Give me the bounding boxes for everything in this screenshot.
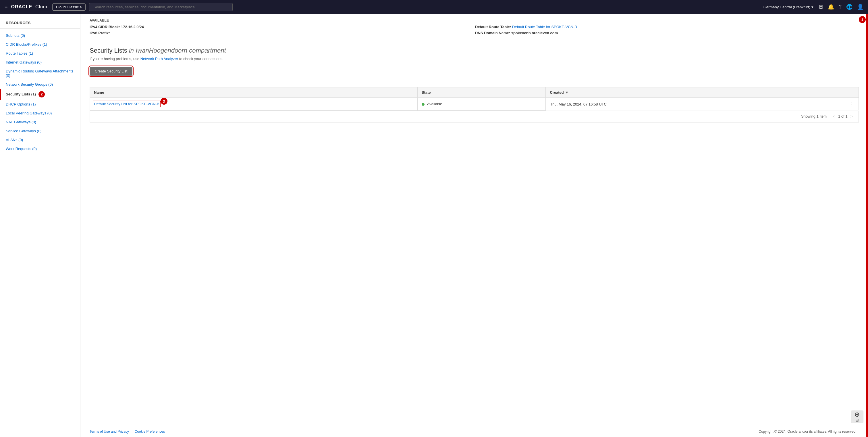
sidebar-badge-2: 2 <box>38 91 45 97</box>
sidebar: Resources Subnets (0) CIDR Blocks/Prefix… <box>0 14 81 437</box>
network-path-analyzer-link[interactable]: Network Path Analyzer <box>141 57 178 61</box>
top-navigation: ≡ ORACLE Cloud Cloud Classic > Germany C… <box>0 0 868 14</box>
sidebar-item-service-gateways[interactable]: Service Gateways (0) <box>0 126 80 136</box>
sidebar-item-nat-gateways[interactable]: NAT Gateways (0) <box>0 118 80 126</box>
create-security-list-button[interactable]: Create Security List <box>90 67 132 76</box>
col-state: State <box>417 87 546 98</box>
ipv6-field: IPv6 Prefix: - <box>90 31 473 35</box>
footer: Terms of Use and Privacy Cookie Preferen… <box>81 426 866 437</box>
user-avatar[interactable]: 👤 <box>857 4 863 10</box>
cloud-classic-button[interactable]: Cloud Classic > <box>52 3 86 11</box>
footer-cookies-link[interactable]: Cookie Preferences <box>135 430 165 434</box>
footer-terms-link[interactable]: Terms of Use and Privacy <box>90 430 129 434</box>
resources-title: Resources <box>0 19 80 26</box>
bell-icon[interactable]: 🔔 <box>828 4 834 10</box>
help-icon-main: ⊕ <box>855 411 860 418</box>
sidebar-item-route-tables[interactable]: Route Tables (1) <box>0 49 80 58</box>
security-lists-section: Security Lists in IwanHoogendoorn compar… <box>81 40 868 129</box>
sort-icon[interactable]: ▾ <box>566 90 568 95</box>
hamburger-menu-icon[interactable]: ≡ <box>5 4 8 10</box>
table-header: Name State Created ▾ <box>90 87 859 98</box>
dns-field: DNS Domain Name: spokevcnb.oraclevcn.com <box>475 31 859 35</box>
route-table-link[interactable]: Default Route Table for SPOKE-VCN-B <box>512 25 577 29</box>
topnav-right-controls: Germany Central (Frankfurt) ▾ 🖥 🔔 ? 🌐 👤 <box>764 4 863 10</box>
oracle-logo: ORACLE Cloud <box>11 4 49 9</box>
security-list-link[interactable]: Default Security List for SPOKE-VCN-B <box>94 102 159 106</box>
help-grid-icon: ⊞ <box>855 418 859 423</box>
scrollbar[interactable] <box>866 14 868 437</box>
sidebar-item-security-lists[interactable]: Security Lists (1) 2 <box>0 89 80 100</box>
annotation-badge-3: 3 <box>161 98 167 105</box>
sidebar-item-drg-attachments[interactable]: Dynamic Routing Gateways Attachments (0) <box>0 67 80 80</box>
sidebar-item-cidr-blocks[interactable]: CIDR Blocks/Prefixes (1) <box>0 40 80 49</box>
col-created: Created ▾ <box>546 87 859 98</box>
row-state-cell: Available <box>417 98 546 111</box>
info-bar-grid: IPv4 CIDR Block: 172.16.2.0/24 Default R… <box>90 25 859 35</box>
sidebar-item-local-peering[interactable]: Local Peering Gateways (0) <box>0 109 80 118</box>
route-table-field: Default Route Table: Default Route Table… <box>475 25 859 29</box>
region-selector[interactable]: Germany Central (Frankfurt) ▾ <box>764 5 813 9</box>
ipv4-field: IPv4 CIDR Block: 172.16.2.0/24 <box>90 25 473 29</box>
create-btn-wrapper: Create Security List <box>90 67 132 81</box>
footer-copyright: Copyright © 2024, Oracle and/or its affi… <box>758 430 857 434</box>
pagination-next-button[interactable]: > <box>849 114 855 119</box>
row-actions-menu[interactable]: ⋮ <box>849 101 855 107</box>
section-title: Security Lists in IwanHoogendoorn compar… <box>90 47 859 54</box>
screen-icon[interactable]: 🖥 <box>818 4 823 10</box>
security-lists-table: Name State Created ▾ Default Security Li… <box>90 87 859 111</box>
col-name: Name <box>90 87 417 98</box>
page-layout: Resources Subnets (0) CIDR Blocks/Prefix… <box>0 14 868 437</box>
status-available-dot <box>422 103 425 106</box>
pagination-bar: Showing 1 item < 1 of 1 > <box>90 111 859 122</box>
sidebar-item-work-requests[interactable]: Work Requests (0) <box>0 144 80 153</box>
row-created-cell: Thu, May 16, 2024, 07:16:58 UTC ⋮ <box>546 98 859 110</box>
table-body: Default Security List for SPOKE-VCN-B 3 … <box>90 98 859 111</box>
vcn-status: AVAILABLE <box>90 19 859 23</box>
globe-icon[interactable]: 🌐 <box>846 4 852 10</box>
sidebar-item-dhcp-options[interactable]: DHCP Options (1) <box>0 100 80 109</box>
help-widget[interactable]: ⊕ ⊞ <box>851 411 863 423</box>
annotation-badge-1: 1 <box>859 16 866 23</box>
sidebar-item-vlans[interactable]: VLANs (0) <box>0 136 80 144</box>
sidebar-item-internet-gateways[interactable]: Internet Gateways (0) <box>0 58 80 67</box>
help-icon[interactable]: ? <box>839 4 842 10</box>
search-input[interactable] <box>89 3 232 11</box>
pagination-prev-button[interactable]: < <box>831 114 837 119</box>
table-row: Default Security List for SPOKE-VCN-B 3 … <box>90 98 859 111</box>
sidebar-item-subnets[interactable]: Subnets (0) <box>0 31 80 40</box>
main-content: 1 AVAILABLE IPv4 CIDR Block: 172.16.2.0/… <box>81 14 868 437</box>
section-subtitle: If you're having problems, use Network P… <box>90 57 859 61</box>
sidebar-item-nsg[interactable]: Network Security Groups (0) <box>0 80 80 89</box>
row-name-cell: Default Security List for SPOKE-VCN-B 3 <box>90 98 417 111</box>
info-bar: AVAILABLE IPv4 CIDR Block: 172.16.2.0/24… <box>81 14 868 40</box>
